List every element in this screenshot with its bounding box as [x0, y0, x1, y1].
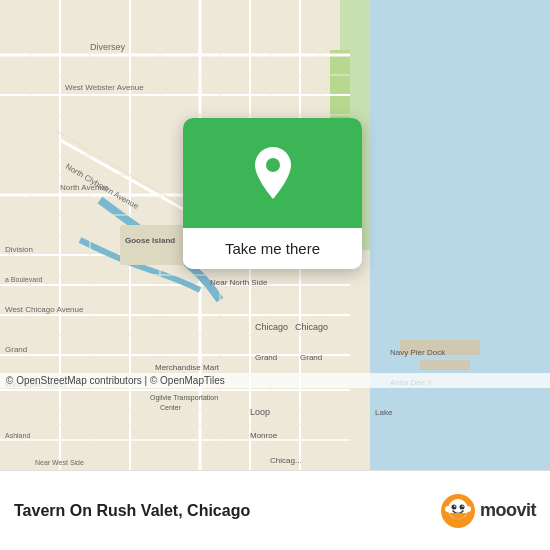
svg-text:Ashland: Ashland [5, 432, 30, 439]
svg-text:Monroe: Monroe [250, 431, 278, 440]
moovit-icon [440, 493, 476, 529]
svg-text:Ogilvie Transportation: Ogilvie Transportation [150, 394, 218, 402]
svg-text:Grand: Grand [5, 345, 27, 354]
map-attribution: © OpenStreetMap contributors | © OpenMap… [0, 373, 550, 388]
svg-text:Loop: Loop [250, 407, 270, 417]
svg-point-74 [462, 505, 464, 507]
svg-text:Goose Island: Goose Island [125, 236, 175, 245]
svg-text:Diversey: Diversey [90, 42, 126, 52]
svg-text:Chicag...: Chicag... [270, 456, 302, 465]
location-pin-icon [249, 145, 297, 201]
popup-green-area [183, 118, 362, 228]
footer-bar: Tavern On Rush Valet, Chicago moovit [0, 470, 550, 550]
moovit-logo: moovit [440, 493, 536, 529]
svg-text:Grand: Grand [255, 353, 277, 362]
venue-title: Tavern On Rush Valet, Chicago [14, 502, 440, 520]
svg-text:Near North Side: Near North Side [210, 278, 268, 287]
svg-point-68 [266, 158, 280, 172]
svg-text:West Webster Avenue: West Webster Avenue [65, 83, 144, 92]
svg-point-75 [445, 506, 451, 512]
svg-text:Grand: Grand [300, 353, 322, 362]
svg-point-76 [465, 506, 471, 512]
take-me-there-button[interactable]: Take me there [183, 228, 362, 269]
svg-rect-38 [420, 360, 470, 370]
svg-text:Navy Pier Dock: Navy Pier Dock [390, 348, 446, 357]
svg-text:Merchandise Mart: Merchandise Mart [155, 363, 220, 372]
map-container[interactable]: Diversey West Webster Avenue North Avenu… [0, 0, 550, 470]
svg-point-72 [459, 504, 464, 509]
svg-point-71 [451, 504, 456, 509]
svg-point-73 [454, 505, 456, 507]
svg-text:a Boulevard: a Boulevard [5, 276, 42, 283]
svg-text:Lake: Lake [375, 408, 393, 417]
svg-text:Center: Center [160, 404, 182, 411]
moovit-brand-text: moovit [480, 500, 536, 521]
svg-rect-0 [360, 0, 550, 470]
svg-text:West Chicago Avenue: West Chicago Avenue [5, 305, 84, 314]
svg-text:Chicago: Chicago [255, 322, 288, 332]
svg-text:Division: Division [5, 245, 33, 254]
svg-text:Near West Side: Near West Side [35, 459, 84, 466]
svg-text:Chicago: Chicago [295, 322, 328, 332]
popup-card: Take me there [183, 118, 362, 269]
